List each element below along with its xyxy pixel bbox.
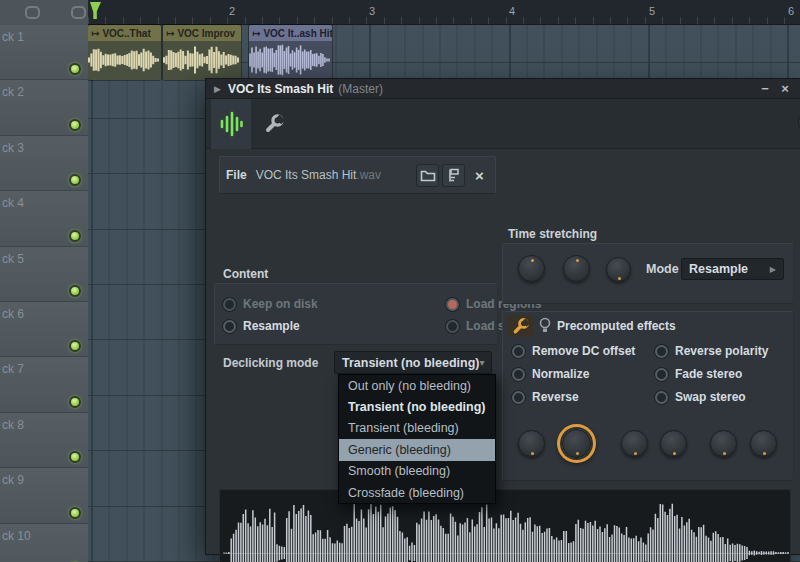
track-name: ck 10 <box>2 529 31 543</box>
file-panel: File VOC Its Smash Hit .wav <box>219 156 496 194</box>
track-mute-led[interactable] <box>69 174 81 186</box>
regions-icon <box>446 168 461 183</box>
dialog-titlebar[interactable]: ▶ VOC Its Smash Hit (Master) − × <box>206 79 800 99</box>
pan-fx-knob[interactable] <box>750 430 777 457</box>
track-mute-led[interactable] <box>69 507 81 519</box>
track-header-1[interactable]: ck 1 <box>0 25 88 80</box>
fade-out-knob[interactable] <box>710 430 737 457</box>
bar-number: 2 <box>229 5 235 17</box>
regions-button[interactable] <box>442 164 465 187</box>
dialog-toolbar: 2 ›‹ --- ›‹ <box>206 99 800 149</box>
track-mute-led[interactable] <box>69 63 81 75</box>
bar-number: 4 <box>509 5 515 17</box>
clip-header[interactable]: ↦VOC..That <box>88 25 161 41</box>
track-mute-led[interactable] <box>69 285 81 297</box>
minimize-button[interactable]: − <box>756 80 774 98</box>
timeline-ticks <box>88 17 800 24</box>
rounded-square-icon-2[interactable] <box>71 6 86 19</box>
fx-reverse-polarity[interactable]: Reverse polarity <box>655 344 768 358</box>
precomputed-wrench-tile[interactable] <box>508 315 533 337</box>
folder-icon <box>420 169 436 182</box>
track-name: ck 5 <box>2 252 24 266</box>
option-label: Keep on disk <box>243 297 318 311</box>
clip-marker-icon: ↦ <box>252 28 260 39</box>
stretch-mode-value: Resample <box>689 262 770 276</box>
checkbox-icon[interactable] <box>655 345 668 358</box>
fx-label: Remove DC offset <box>532 344 635 358</box>
track-header-7[interactable]: ck 7 <box>0 357 88 412</box>
track-mute-led[interactable] <box>69 119 81 131</box>
declicking-mode-dropdown[interactable]: Transient (no bleeding) ▾ <box>334 351 492 374</box>
clear-file-button[interactable]: × <box>468 164 491 187</box>
bar-number: 3 <box>369 5 375 17</box>
track-name: ck 8 <box>2 418 24 432</box>
clip-header[interactable]: ↦VOC Improv <box>163 25 241 41</box>
track-name: ck 4 <box>2 196 24 210</box>
checkbox-icon[interactable] <box>512 345 525 358</box>
track-mute-led[interactable] <box>69 230 81 242</box>
trim-knob[interactable] <box>621 430 648 457</box>
track-header-10[interactable]: ck 10 <box>0 524 88 562</box>
track-header-9[interactable]: ck 9 <box>0 468 88 523</box>
track-mute-led[interactable] <box>69 451 81 463</box>
crossfade-knob[interactable] <box>562 429 591 458</box>
tab-settings[interactable] <box>254 99 294 149</box>
menu-item-transient-no-bleeding[interactable]: Transient (no bleeding) <box>339 396 495 417</box>
fx-remove-dc-offset[interactable]: Remove DC offset <box>512 344 635 358</box>
stretch-pitch-knob[interactable] <box>518 255 545 282</box>
expand-triangle-icon[interactable]: ▶ <box>214 84 221 94</box>
fx-label: Reverse <box>532 390 579 404</box>
stretch-time-knob[interactable] <box>606 257 631 282</box>
close-button[interactable]: × <box>776 80 794 98</box>
menu-item-transient-bleeding[interactable]: Transient (bleeding) <box>339 418 495 439</box>
checkbox-icon[interactable] <box>655 391 668 404</box>
track-header-6[interactable]: ck 6 <box>0 302 88 357</box>
track-mute-led[interactable] <box>69 396 81 408</box>
checkbox-icon[interactable] <box>655 368 668 381</box>
audio-clip-2[interactable]: ↦VOC Improv <box>163 25 241 80</box>
audio-clip-3[interactable]: ↦VOC It..ash Hit <box>249 25 332 80</box>
track-header-3[interactable]: ck 3 <box>0 136 88 191</box>
open-file-button[interactable] <box>416 164 439 187</box>
option-resample[interactable]: Resample <box>223 319 300 333</box>
file-label: File <box>226 168 247 182</box>
track-header-2[interactable]: ck 2 <box>0 80 88 135</box>
menu-item-smooth-bleeding[interactable]: Smooth (bleeding) <box>339 461 495 482</box>
track-header-4[interactable]: ck 4 <box>0 191 88 246</box>
track-mute-led[interactable] <box>69 340 81 352</box>
clip-header[interactable]: ↦VOC It..ash Hit <box>249 25 332 41</box>
menu-item-out-only[interactable]: Out only (no bleeding) <box>339 375 495 396</box>
knob-indicator <box>531 259 534 262</box>
menu-item-crossfade-bleeding[interactable]: Crossfade (bleeding) <box>339 482 495 503</box>
clip-waveform <box>249 41 332 80</box>
fx-fade-stereo[interactable]: Fade stereo <box>655 367 742 381</box>
rounded-square-icon-1[interactable] <box>25 6 40 19</box>
track-name: ck 2 <box>2 85 24 99</box>
chevron-down-icon: ▾ <box>480 357 485 368</box>
fx-label: Swap stereo <box>675 390 746 404</box>
fx-swap-stereo[interactable]: Swap stereo <box>655 390 746 404</box>
mode-label: Mode <box>646 262 679 276</box>
track-header-5[interactable]: ck 5 <box>0 247 88 302</box>
stretch-mode-select[interactable]: Resample ▶ <box>681 258 784 280</box>
audio-clip-1[interactable]: ↦VOC..That <box>88 25 161 80</box>
time-stretching-group-label: Time stretching <box>508 227 597 241</box>
fx-reverse[interactable]: Reverse <box>512 390 579 404</box>
playlist-timeline[interactable]: 2 3 4 5 6 <box>88 0 800 25</box>
bulb-icon[interactable] <box>539 317 551 335</box>
checkbox-icon[interactable] <box>512 368 525 381</box>
pogo-knob[interactable] <box>518 430 545 457</box>
fx-normalize[interactable]: Normalize <box>512 367 589 381</box>
clip-waveform <box>88 41 161 80</box>
knob-indicator <box>634 452 637 455</box>
checkbox-icon[interactable] <box>512 391 525 404</box>
track-header-8[interactable]: ck 8 <box>0 413 88 468</box>
stretch-mul-knob[interactable] <box>563 255 590 282</box>
menu-item-generic-bleeding[interactable]: Generic (bleeding) <box>339 439 495 460</box>
option-keep-on-disk: Keep on disk <box>223 297 318 311</box>
radio-icon[interactable] <box>223 320 236 333</box>
clip-waveform <box>163 41 241 80</box>
fade-in-knob[interactable] <box>660 430 687 457</box>
tab-sample[interactable] <box>211 99 251 149</box>
file-name: VOC Its Smash Hit <box>256 168 357 182</box>
